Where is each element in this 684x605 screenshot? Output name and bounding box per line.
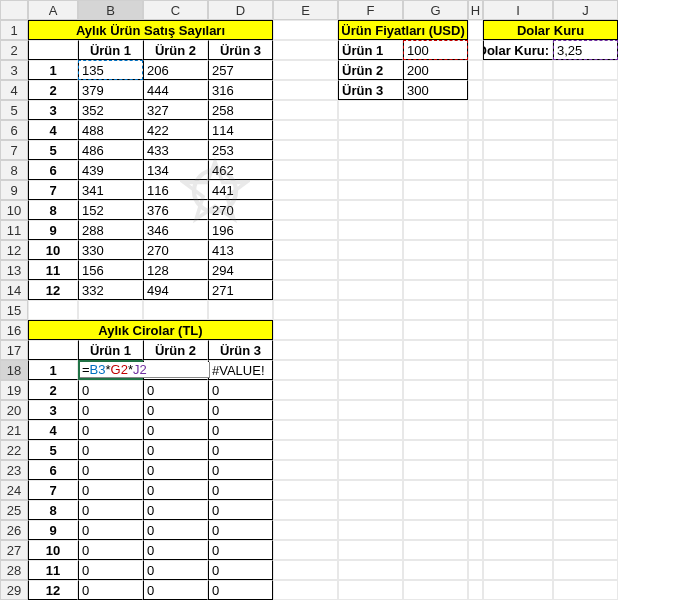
cell-B5[interactable]: 352 [78, 100, 143, 120]
row-header-21[interactable]: 21 [0, 420, 28, 440]
cell-B6[interactable]: 488 [78, 120, 143, 140]
cell-E22[interactable] [273, 440, 338, 460]
cell-A5[interactable]: 3 [28, 100, 78, 120]
cell-J11[interactable] [553, 220, 618, 240]
cell-D24[interactable]: 0 [208, 480, 273, 500]
row-header-25[interactable]: 25 [0, 500, 28, 520]
title-rate[interactable]: Dolar Kuru [483, 20, 618, 40]
price-u1[interactable]: 100 [403, 40, 468, 60]
cell-H1[interactable] [468, 20, 483, 40]
cell-J29[interactable] [553, 580, 618, 600]
price-label-u2[interactable]: Ürün 2 [338, 60, 403, 80]
cell-B22[interactable]: 0 [78, 440, 143, 460]
cell-H18[interactable] [468, 360, 483, 380]
col-header-G[interactable]: G [403, 0, 468, 20]
col-header-D[interactable]: D [208, 0, 273, 20]
cell-D8[interactable]: 462 [208, 160, 273, 180]
cell-I9[interactable] [483, 180, 553, 200]
cell-J14[interactable] [553, 280, 618, 300]
cell-E9[interactable] [273, 180, 338, 200]
cell-H14[interactable] [468, 280, 483, 300]
cell-A3[interactable]: 1 [28, 60, 78, 80]
cell-H25[interactable] [468, 500, 483, 520]
row-header-13[interactable]: 13 [0, 260, 28, 280]
cell-C23[interactable]: 0 [143, 460, 208, 480]
cell-F14[interactable] [338, 280, 403, 300]
cell-H17[interactable] [468, 340, 483, 360]
cell-J10[interactable] [553, 200, 618, 220]
cell-A6[interactable]: 4 [28, 120, 78, 140]
cell-E23[interactable] [273, 460, 338, 480]
cell-I27[interactable] [483, 540, 553, 560]
spreadsheet-grid[interactable]: ABCDEFGHIJ1Aylık Ürün Satış SayılarıÜrün… [0, 0, 684, 600]
cell-H8[interactable] [468, 160, 483, 180]
cell-B4[interactable]: 379 [78, 80, 143, 100]
row-header-9[interactable]: 9 [0, 180, 28, 200]
cell-C28[interactable]: 0 [143, 560, 208, 580]
cell-D7[interactable]: 253 [208, 140, 273, 160]
cell-B24[interactable]: 0 [78, 480, 143, 500]
cell-B29[interactable]: 0 [78, 580, 143, 600]
cell-H16[interactable] [468, 320, 483, 340]
cell-A12[interactable]: 10 [28, 240, 78, 260]
cell-B20[interactable]: 0 [78, 400, 143, 420]
cell-G6[interactable] [403, 120, 468, 140]
cell-E16[interactable] [273, 320, 338, 340]
rate-value[interactable]: 3,25 [553, 40, 618, 60]
row-header-4[interactable]: 4 [0, 80, 28, 100]
cell-G7[interactable] [403, 140, 468, 160]
cell-C25[interactable]: 0 [143, 500, 208, 520]
cell-J5[interactable] [553, 100, 618, 120]
row-header-3[interactable]: 3 [0, 60, 28, 80]
cell-I21[interactable] [483, 420, 553, 440]
cell-A22[interactable]: 5 [28, 440, 78, 460]
cell-J26[interactable] [553, 520, 618, 540]
cell-A10[interactable]: 8 [28, 200, 78, 220]
cell-F13[interactable] [338, 260, 403, 280]
cell-J21[interactable] [553, 420, 618, 440]
cell-G20[interactable] [403, 400, 468, 420]
cell-I26[interactable] [483, 520, 553, 540]
cell-B26[interactable]: 0 [78, 520, 143, 540]
row-header-12[interactable]: 12 [0, 240, 28, 260]
cell-H19[interactable] [468, 380, 483, 400]
cell-F23[interactable] [338, 460, 403, 480]
cell-I23[interactable] [483, 460, 553, 480]
cell-H23[interactable] [468, 460, 483, 480]
cell-I6[interactable] [483, 120, 553, 140]
cell-A29[interactable]: 12 [28, 580, 78, 600]
cell-I14[interactable] [483, 280, 553, 300]
title-sales[interactable]: Aylık Ürün Satış Sayıları [28, 20, 273, 40]
cell-D23[interactable]: 0 [208, 460, 273, 480]
cell-G23[interactable] [403, 460, 468, 480]
cell-E29[interactable] [273, 580, 338, 600]
cell-I4[interactable] [483, 80, 553, 100]
cell-I20[interactable] [483, 400, 553, 420]
cell-F28[interactable] [338, 560, 403, 580]
price-u3[interactable]: 300 [403, 80, 468, 100]
cell-B14[interactable]: 332 [78, 280, 143, 300]
cell-C19[interactable]: 0 [143, 380, 208, 400]
cell-C4[interactable]: 444 [143, 80, 208, 100]
cell-E3[interactable] [273, 60, 338, 80]
cell-E26[interactable] [273, 520, 338, 540]
cell-J12[interactable] [553, 240, 618, 260]
cell-C14[interactable]: 494 [143, 280, 208, 300]
cell-B12[interactable]: 330 [78, 240, 143, 260]
cell-E5[interactable] [273, 100, 338, 120]
cell-D12[interactable]: 413 [208, 240, 273, 260]
cell-C17[interactable]: Ürün 2 [143, 340, 208, 360]
cell-A14[interactable]: 12 [28, 280, 78, 300]
cell-H13[interactable] [468, 260, 483, 280]
row-header-10[interactable]: 10 [0, 200, 28, 220]
hdr-u3[interactable]: Ürün 3 [208, 40, 273, 60]
cell-B19[interactable]: 0 [78, 380, 143, 400]
hdr-u2[interactable]: Ürün 2 [143, 40, 208, 60]
cell-D28[interactable]: 0 [208, 560, 273, 580]
row-header-6[interactable]: 6 [0, 120, 28, 140]
cell-F8[interactable] [338, 160, 403, 180]
cell-E4[interactable] [273, 80, 338, 100]
cell-J17[interactable] [553, 340, 618, 360]
cell-C24[interactable]: 0 [143, 480, 208, 500]
cell-G27[interactable] [403, 540, 468, 560]
